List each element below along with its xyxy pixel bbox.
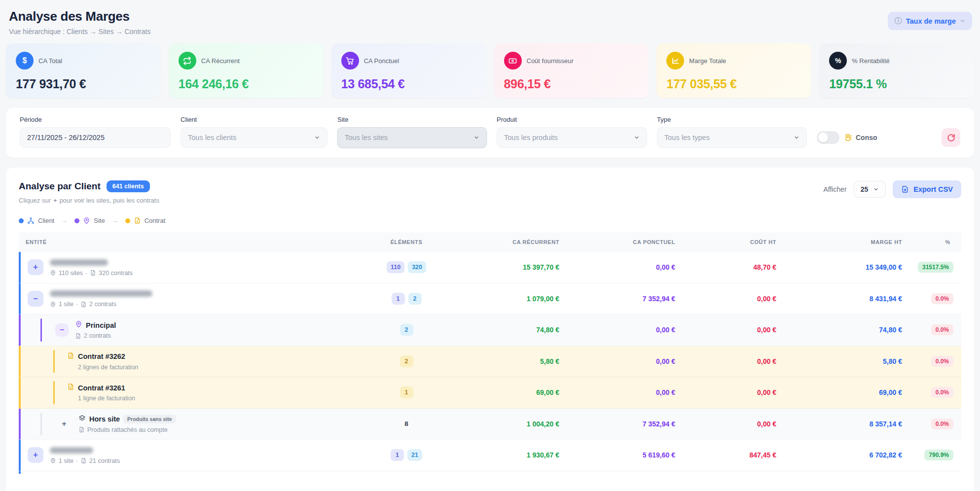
table-row-site: − Principal 2 contrats 2 74,80 € 0,00 € … xyxy=(19,315,961,346)
lines-count: 1 ligne de facturation xyxy=(78,395,135,402)
entity-cell: Contrat #3261 1 ligne de facturation xyxy=(21,383,369,402)
conso-label-group: Conso xyxy=(844,134,877,141)
elements-badge: 1 xyxy=(391,449,404,461)
type-select[interactable]: Tous les types xyxy=(657,127,807,148)
next-row-partial xyxy=(19,471,961,474)
marge-ht-cell: 74,80 € xyxy=(776,326,902,334)
client-name-redacted xyxy=(50,447,93,454)
doc-icon xyxy=(75,333,81,339)
contract-subline: 2 lignes de facturation xyxy=(78,364,138,371)
pin-icon xyxy=(83,217,90,224)
taux-de-marge-button[interactable]: ⓘ Taux de marge xyxy=(888,12,972,30)
marge-ht-cell: 8 431,94 € xyxy=(776,295,902,303)
conso-toggle-group: Conso xyxy=(817,127,877,148)
page-size-select[interactable]: 25 xyxy=(854,181,886,198)
expand-site-button[interactable]: − xyxy=(55,323,69,337)
client-subline: 1 site · 2 contrats xyxy=(50,301,152,308)
export-csv-button[interactable]: Export CSV xyxy=(893,180,961,198)
ca-recurrent-cell: 1 004,20 € xyxy=(443,420,559,428)
doc-icon xyxy=(134,217,141,224)
elements-badge: 1 xyxy=(392,293,405,305)
indent-guide xyxy=(40,318,42,342)
cout-ht-cell: 0,00 € xyxy=(675,388,776,396)
pct-badge: 0.0% xyxy=(931,324,953,335)
pct-cell: 0.0% xyxy=(902,419,961,429)
indent-guide xyxy=(53,350,55,373)
filter-client-label: Client xyxy=(181,116,327,123)
percent-icon: % xyxy=(829,52,847,70)
legend-site-label: Site xyxy=(94,217,105,224)
hierarchy-legend: Client → Site → Contrat xyxy=(19,217,961,224)
repeat-icon xyxy=(179,52,196,70)
pct-cell: 0.0% xyxy=(902,356,961,367)
breadcrumb: Vue hiérarchique : Clients → Sites → Con… xyxy=(9,28,150,35)
pct-cell: 31517.5% xyxy=(902,262,961,273)
pin-icon xyxy=(50,270,56,276)
periode-date-input[interactable]: 27/11/2025 - 26/12/2025 xyxy=(20,127,171,148)
chevron-down-icon xyxy=(314,135,320,140)
section-header-right: Afficher 25 Export CSV xyxy=(823,180,961,198)
section-header-left: Analyse par Client 641 clients Cliquez s… xyxy=(19,180,159,204)
marge-ht-cell: 8 357,14 € xyxy=(776,420,902,428)
section-hint: Cliquez sur+pour voir les sites, puis le… xyxy=(19,197,159,204)
entity-cell: + 1 site · 21 contrats xyxy=(21,446,369,464)
hint-suffix: pour voir les sites, puis les contrats xyxy=(60,197,159,204)
expand-horssite-button[interactable]: + xyxy=(56,416,72,432)
filter-produit-label: Produit xyxy=(497,116,647,123)
page: Analyse des Marges Vue hiérarchique : Cl… xyxy=(0,0,980,491)
table-row-client: + 1 site · 21 contrats 121 1 930,67 € 5 … xyxy=(19,440,961,471)
dollar-circle-icon: $ xyxy=(16,52,34,70)
pct-cell: 0.0% xyxy=(902,387,961,398)
download-icon xyxy=(901,185,909,193)
layers-icon xyxy=(78,415,86,422)
client-info: 1 site · 21 contrats xyxy=(50,446,120,464)
afficher-label: Afficher xyxy=(823,185,846,193)
chevron-down-icon xyxy=(634,135,640,140)
entity-cell: + 110 sites · 320 contrats xyxy=(21,258,369,277)
cart-icon xyxy=(341,52,359,70)
client-info: 110 sites · 320 contrats xyxy=(50,258,133,277)
filter-type-label: Type xyxy=(657,116,807,123)
legend-contrat: Contrat xyxy=(125,217,166,224)
kpi-card-rentabilite: % % Rentabilité 19755.1 % xyxy=(819,43,974,98)
refresh-button[interactable] xyxy=(942,128,960,147)
legend-site: Site xyxy=(74,217,105,224)
sites-count: 1 site xyxy=(59,301,73,308)
col-pct: % xyxy=(902,239,961,245)
produit-select[interactable]: Tous les produits xyxy=(497,127,647,148)
doc-icon xyxy=(90,270,96,276)
ca-ponctuel-cell: 0,00 € xyxy=(559,263,675,271)
client-info: 1 site · 2 contrats xyxy=(50,289,152,308)
contrats-count: 21 contrats xyxy=(89,457,120,464)
indent-guide xyxy=(53,381,55,404)
expand-client-button[interactable]: + xyxy=(28,447,43,463)
expand-client-button[interactable]: + xyxy=(28,259,43,275)
elements-badge: 2 xyxy=(400,324,413,336)
site-select[interactable]: Tous les sites xyxy=(337,127,487,148)
ca-recurrent-cell: 15 397,70 € xyxy=(443,263,559,271)
cout-ht-cell: 0,00 € xyxy=(675,326,776,334)
client-name-redacted xyxy=(50,259,108,266)
export-csv-label: Export CSV xyxy=(913,185,953,193)
hint-prefix: Cliquez sur xyxy=(19,197,51,204)
info-icon: ⓘ xyxy=(895,16,902,26)
col-ca-recurrent: CA RÉCURRENT xyxy=(443,239,559,245)
kpi-value: 164 246,16 € xyxy=(179,77,314,91)
contract-info: Contrat #3261 1 ligne de facturation xyxy=(67,383,135,402)
entity-cell: − 1 site · 2 contrats xyxy=(21,289,369,308)
client-select[interactable]: Tous les clients xyxy=(181,127,327,148)
chevron-down-icon xyxy=(873,186,879,192)
conso-toggle[interactable] xyxy=(817,131,839,144)
toggle-knob xyxy=(818,133,828,142)
expand-client-button[interactable]: − xyxy=(28,291,43,307)
ca-ponctuel-cell: 7 352,94 € xyxy=(559,295,675,303)
table-row-contract: Contrat #3262 2 lignes de facturation 2 … xyxy=(19,346,961,378)
pin-icon xyxy=(50,301,56,308)
elements-badge: 2 xyxy=(400,355,413,367)
table-row-contract: Contrat #3261 1 ligne de facturation 1 6… xyxy=(19,377,961,409)
contract-title: Contrat #3262 xyxy=(78,352,125,360)
chevron-down-icon xyxy=(960,18,965,24)
analysis-card: Analyse par Client 641 clients Cliquez s… xyxy=(6,168,974,491)
cout-ht-cell: 0,00 € xyxy=(675,357,776,365)
kpi-label: % Rentabilité xyxy=(852,57,890,65)
